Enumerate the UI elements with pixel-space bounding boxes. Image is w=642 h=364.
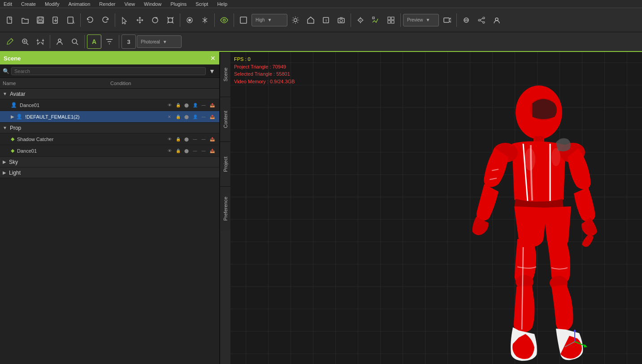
more-btn-shadow[interactable]: — xyxy=(191,136,199,143)
visibility-btn-dance01[interactable]: 👁 xyxy=(166,102,173,109)
menu-modify[interactable]: Modify xyxy=(43,1,61,7)
render-mode-dropdown[interactable]: Photoreal ▼ xyxy=(137,35,182,48)
undo-button[interactable] xyxy=(83,13,97,27)
redo-button[interactable] xyxy=(98,13,113,27)
svg-rect-12 xyxy=(240,17,247,23)
import-button[interactable]: USB xyxy=(64,13,78,27)
side-tabs-panel: Scene Content Project Preference xyxy=(220,52,230,364)
column-name-header: Name xyxy=(3,81,110,86)
content-tab[interactable]: Content xyxy=(220,97,231,141)
search-scene-button[interactable] xyxy=(68,34,82,49)
avatar-tool-button[interactable] xyxy=(52,34,67,49)
viewport-layout-button[interactable] xyxy=(384,13,398,27)
viewport-3d[interactable]: FPS : 0 Project Triangle : 70949 Selecte… xyxy=(230,52,642,364)
filter-button[interactable] xyxy=(102,34,117,49)
menu-window[interactable]: Window xyxy=(142,1,163,7)
export-button[interactable] xyxy=(48,13,63,27)
person2-btn-female[interactable]: 👤 xyxy=(191,113,199,120)
menu-create[interactable]: Create xyxy=(19,1,38,7)
toolbar-sep-5 xyxy=(234,13,234,27)
open-file-button[interactable] xyxy=(18,13,32,27)
home-button[interactable] xyxy=(304,13,318,27)
lock-btn-dance-prop[interactable]: 🔒 xyxy=(174,147,182,154)
viewport-single-button[interactable] xyxy=(236,13,251,27)
lock-btn-female[interactable]: 🔒 xyxy=(174,113,182,120)
color-btn-dance01[interactable]: ⬤ xyxy=(183,102,190,109)
column-condition-header: Condition xyxy=(110,81,217,86)
paint-tool-button[interactable] xyxy=(3,34,17,49)
toolbar2-sep-2 xyxy=(84,35,85,48)
tree-item-shadow-catcher[interactable]: ◆ Shadow Catcher 👁 🔒 ⬤ — — 📤 xyxy=(0,133,219,145)
menu-bar: Edit Create Modify Animation Render View… xyxy=(0,0,642,8)
more-btn-dance01[interactable]: — xyxy=(200,102,207,109)
more-btn-female[interactable]: — xyxy=(200,113,207,120)
color-btn-shadow[interactable]: ⬤ xyxy=(183,136,190,143)
export-btn-shadow[interactable]: 📤 xyxy=(208,136,216,143)
tree-category-prop[interactable]: ▼ Prop xyxy=(0,123,219,133)
menu-animation[interactable]: Animation xyxy=(66,1,92,7)
expand-button[interactable] xyxy=(33,34,48,49)
quality-dropdown[interactable]: High ▼ xyxy=(252,14,287,26)
menu-edit[interactable]: Edit xyxy=(2,1,14,7)
more-btn-dance-prop[interactable]: — xyxy=(191,147,199,154)
zoom-button[interactable] xyxy=(18,34,32,49)
scene-search-input[interactable] xyxy=(11,67,206,75)
export-btn-dance01[interactable]: 📤 xyxy=(208,102,216,109)
tree-item-default-female[interactable]: ▶ 👤 !DEFAULT_FEMALE1(2) ✕ 🔒 ⬤ 👤 — 📤 xyxy=(0,111,219,123)
record-button[interactable] xyxy=(440,13,454,27)
lock-btn-dance01[interactable]: 🔒 xyxy=(174,102,182,109)
scene-filter-button[interactable]: ▼ xyxy=(208,67,217,76)
menu-script[interactable]: Script xyxy=(194,1,210,7)
export-btn-female[interactable]: 📤 xyxy=(208,113,216,120)
menu-render[interactable]: Render xyxy=(97,1,117,7)
user-button[interactable] xyxy=(490,13,504,27)
tree-item-name-shadow: Shadow Catcher xyxy=(17,137,166,142)
rotate-tool-button[interactable] xyxy=(148,13,162,27)
snap-button[interactable] xyxy=(182,13,197,27)
move-tool-button[interactable] xyxy=(133,13,147,27)
person2-btn-dance01[interactable]: 👤 xyxy=(191,102,199,109)
color-btn-female[interactable]: ⬤ xyxy=(183,113,190,120)
person-icon-female: 👤 xyxy=(16,114,22,120)
visibility-btn-shadow[interactable]: 👁 xyxy=(166,136,173,143)
view-3-button[interactable]: 3 xyxy=(121,34,136,49)
export-btn-dance-prop[interactable]: 📤 xyxy=(208,147,216,154)
save-file-button[interactable] xyxy=(33,13,48,27)
sun-button[interactable] xyxy=(288,13,303,27)
annotation-button[interactable]: A xyxy=(87,34,101,49)
mirror-button[interactable] xyxy=(198,13,212,27)
scene-panel-close-button[interactable]: ✕ xyxy=(210,55,216,62)
tree-item-dance01-prop[interactable]: ◆ Dance01 👁 🔒 ⬤ — — 📤 xyxy=(0,145,219,157)
menu-help[interactable]: Help xyxy=(215,1,229,7)
preview-dropdown[interactable]: Preview ▼ xyxy=(403,14,439,26)
bones-btn-female[interactable]: ✕ xyxy=(166,113,173,120)
color-btn-dance-prop[interactable]: ⬤ xyxy=(183,147,190,154)
dash-btn-shadow[interactable]: — xyxy=(200,136,207,143)
scene-tab[interactable]: Scene xyxy=(220,52,231,97)
menu-view[interactable]: View xyxy=(122,1,137,7)
tree-item-controls-female: ✕ 🔒 ⬤ 👤 — 📤 xyxy=(166,113,216,120)
morph-button[interactable] xyxy=(459,13,473,27)
new-file-button[interactable] xyxy=(3,13,17,27)
dash-btn-dance-prop[interactable]: — xyxy=(200,147,207,154)
share-button[interactable] xyxy=(474,13,489,27)
tree-category-light[interactable]: ▶ Light xyxy=(0,167,219,178)
tree-category-sky[interactable]: ▶ Sky xyxy=(0,157,219,167)
lock-btn-shadow[interactable]: 🔒 xyxy=(174,136,182,143)
global-transform-button[interactable] xyxy=(369,13,383,27)
visibility-btn-dance-prop[interactable]: 👁 xyxy=(166,147,173,154)
tree-category-avatar[interactable]: ▼ Avatar xyxy=(0,89,219,99)
select-tool-button[interactable] xyxy=(117,13,132,27)
scale-tool-button[interactable] xyxy=(163,13,178,27)
preview-chevron-icon: ▼ xyxy=(426,17,430,22)
eye-button[interactable] xyxy=(217,13,231,27)
tree-item-dance01-avatar[interactable]: 👤 Dance01 👁 🔒 ⬤ 👤 — 📤 xyxy=(0,99,219,111)
person-icon: 👤 xyxy=(11,102,17,108)
svg-point-19 xyxy=(360,20,361,21)
project-tab[interactable]: Project xyxy=(220,141,231,186)
transform-center-button[interactable] xyxy=(353,13,368,27)
menu-plugins[interactable]: Plugins xyxy=(169,1,188,7)
preference-tab[interactable]: Preference xyxy=(220,186,231,231)
front-view-button[interactable]: T xyxy=(319,13,333,27)
camera-button[interactable] xyxy=(334,13,348,27)
